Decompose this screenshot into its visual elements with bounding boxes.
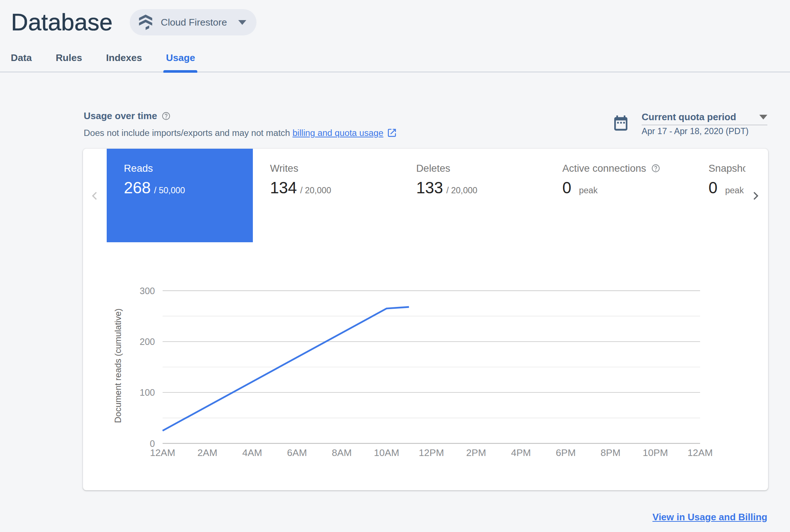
period-caret-down-icon — [759, 115, 767, 119]
billing-and-quota-usage-link[interactable]: billing and quota usage — [292, 128, 383, 138]
tab-data[interactable]: Data — [11, 53, 32, 73]
period-range: Apr 17 - Apr 18, 2020 (PDT) — [642, 126, 767, 136]
description-text: Does not include imports/exports and may… — [84, 128, 292, 138]
x-axis-tick-label: 6PM — [556, 447, 576, 458]
tab-rules[interactable]: Rules — [56, 53, 82, 73]
help-icon[interactable] — [162, 112, 170, 120]
reads-line-series — [163, 307, 409, 431]
page-root: Database Cloud Firestore DataRulesIndexe… — [0, 0, 790, 532]
y-axis-tick-label: 300 — [140, 286, 155, 296]
calendar-icon — [614, 115, 627, 131]
caret-down-icon — [238, 20, 246, 25]
x-axis-tick-label: 10AM — [374, 447, 399, 458]
external-link-icon[interactable] — [387, 128, 397, 138]
period-label: Current quota period — [642, 112, 736, 122]
usage-over-time-description: Does not include imports/exports and may… — [84, 128, 397, 138]
y-axis-tick-label: 200 — [140, 337, 155, 347]
firestore-icon — [139, 15, 152, 30]
x-axis-tick-label: 8PM — [601, 447, 621, 458]
product-selector[interactable]: Cloud Firestore — [130, 9, 257, 35]
product-selector-label: Cloud Firestore — [161, 17, 227, 28]
usage-over-time-header: Usage over time — [84, 110, 170, 121]
tab-indexes[interactable]: Indexes — [106, 53, 142, 73]
x-axis-tick-label: 10PM — [643, 447, 668, 458]
y-axis-title: Document reads (cumulative) — [113, 308, 123, 423]
quota-period-selector[interactable]: Current quota period Apr 17 - Apr 18, 20… — [614, 112, 767, 136]
page-title: Database — [11, 11, 113, 34]
tab-usage[interactable]: Usage — [166, 53, 195, 73]
x-axis-tick-label: 6AM — [287, 447, 307, 458]
y-axis-tick-label: 100 — [140, 387, 155, 398]
period-label-row: Current quota period — [642, 112, 767, 125]
x-axis-tick-label: 4AM — [242, 447, 262, 458]
x-axis-tick-label: 2PM — [466, 447, 486, 458]
x-axis-tick-label: 2AM — [197, 447, 217, 458]
usage-chart: 010020030012AM2AM4AM6AM8AM10AM12PM2PM4PM… — [83, 149, 768, 490]
x-axis-tick-label: 12AM — [150, 447, 175, 458]
x-axis-tick-label: 4PM — [511, 447, 531, 458]
x-axis-tick-label: 12PM — [419, 447, 444, 458]
view-usage-and-billing-link[interactable]: View in Usage and Billing — [653, 512, 767, 522]
period-texts: Current quota period Apr 17 - Apr 18, 20… — [642, 112, 767, 136]
x-axis-tick-label: 8AM — [332, 447, 352, 458]
usage-card: Reads268/ 50,000Writes134/ 20,000Deletes… — [83, 149, 768, 490]
tab-bar: DataRulesIndexesUsage — [11, 53, 195, 73]
x-axis-tick-label: 12AM — [687, 447, 713, 458]
usage-over-time-heading: Usage over time — [84, 110, 157, 121]
